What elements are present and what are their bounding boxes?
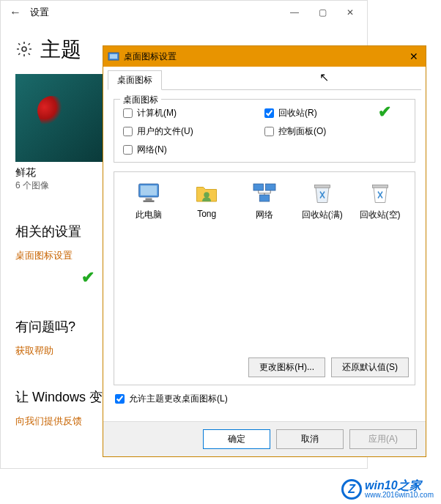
window-controls: — ▢ ✕ xyxy=(286,4,358,21)
gear-icon xyxy=(15,40,33,60)
checkbox-userfiles[interactable]: 用户的文件(U) xyxy=(123,125,264,138)
dialog-close-button[interactable]: ✕ xyxy=(392,51,421,62)
restore-default-button[interactable]: 还原默认值(S) xyxy=(331,357,409,377)
svg-rect-11 xyxy=(314,185,330,188)
logo-icon: Z xyxy=(341,479,362,500)
icon-recycle-full[interactable]: 回收站(满) xyxy=(297,179,348,221)
svg-rect-2 xyxy=(110,54,117,59)
desktop-icons-group: 桌面图标 计算机(M) 用户的文件(U) 网络(N) 回收站(R)✔ 控制面板(… xyxy=(114,99,415,163)
watermark-url: www.2016win10.com xyxy=(365,492,434,499)
page-title: 主题 xyxy=(40,36,81,64)
svg-point-0 xyxy=(22,47,26,51)
maximize-button[interactable]: ▢ xyxy=(314,4,330,21)
minimize-button[interactable]: — xyxy=(286,4,303,21)
checkmark-icon: ✔ xyxy=(378,103,391,122)
icon-network[interactable]: 网络 xyxy=(239,179,290,221)
dialog-icon xyxy=(108,51,119,62)
svg-rect-6 xyxy=(144,201,155,202)
svg-rect-8 xyxy=(253,184,264,190)
change-icon-button[interactable]: 更改图标(H)... xyxy=(248,357,325,377)
svg-rect-9 xyxy=(265,184,275,190)
theme-thumbnail[interactable] xyxy=(15,74,103,162)
watermark: Z win10之家 www.2016win10.com xyxy=(341,479,434,500)
dialog-body: 桌面图标 桌面图标 计算机(M) 用户的文件(U) 网络(N) 回收站(R)✔ … xyxy=(103,67,426,456)
icon-user-folder[interactable]: Tong xyxy=(181,179,232,221)
dialog-titlebar: 桌面图标设置 ✕ xyxy=(103,46,426,67)
svg-point-7 xyxy=(204,192,210,198)
svg-rect-5 xyxy=(146,199,152,201)
svg-rect-12 xyxy=(372,185,388,188)
close-button[interactable]: ✕ xyxy=(342,4,358,21)
checkbox-network[interactable]: 网络(N) xyxy=(123,144,264,156)
apply-button[interactable]: 应用(A) xyxy=(349,429,417,449)
group-label: 桌面图标 xyxy=(120,94,161,106)
icon-this-pc[interactable]: 此电脑 xyxy=(123,179,174,221)
tab-content: 桌面图标 计算机(M) 用户的文件(U) 网络(N) 回收站(R)✔ 控制面板(… xyxy=(103,90,426,421)
watermark-brand: win10之家 xyxy=(365,480,434,492)
cancel-button[interactable]: 取消 xyxy=(276,429,344,449)
icon-list: 此电脑 Tong 网络 回收站(满) xyxy=(114,171,415,385)
checkbox-computer[interactable]: 计算机(M) xyxy=(123,107,264,119)
dialog-title: 桌面图标设置 xyxy=(119,51,392,63)
allow-theme-row: 允许主题更改桌面图标(L) xyxy=(114,385,415,412)
checkbox-recycle[interactable]: 回收站(R)✔ xyxy=(264,107,406,119)
svg-rect-10 xyxy=(259,195,270,201)
ok-button[interactable]: 确定 xyxy=(203,429,270,449)
desktop-icon-dialog: 桌面图标设置 ✕ 桌面图标 桌面图标 计算机(M) 用户的文件(U) 网络(N)… xyxy=(103,45,426,457)
window-title: 设置 xyxy=(24,6,286,19)
svg-rect-4 xyxy=(141,185,158,196)
settings-titlebar: ← 设置 — ▢ ✕ xyxy=(1,1,367,24)
icon-recycle-empty[interactable]: 回收站(空) xyxy=(355,179,406,221)
back-button[interactable]: ← xyxy=(7,6,24,19)
tab-strip: 桌面图标 xyxy=(108,70,421,90)
checkbox-allow-theme[interactable]: 允许主题更改桌面图标(L) xyxy=(115,393,414,405)
dialog-footer: 确定 取消 应用(A) xyxy=(103,421,426,456)
tab-desktop-icons[interactable]: 桌面图标 xyxy=(108,70,162,90)
checkmark-icon: ✔ xyxy=(81,268,94,286)
checkbox-control[interactable]: 控制面板(O) xyxy=(264,125,406,138)
